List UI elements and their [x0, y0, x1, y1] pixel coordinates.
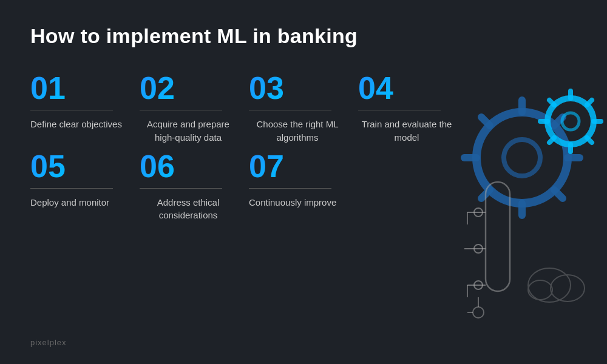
brand-name: pixelplex [30, 338, 67, 347]
step-2-label: Acquire and prepare high-quality data [140, 118, 237, 144]
step-5-divider [30, 188, 113, 189]
step-6-number: 06 [140, 150, 175, 182]
step-2-number: 02 [140, 72, 175, 104]
step-6-label: Address ethical considerations [140, 196, 237, 223]
step-3-label: Choose the right ML algorithms [249, 118, 346, 144]
step-7-label: Continuously improve [249, 196, 336, 209]
step-4-divider [358, 110, 441, 110]
step-7-number: 07 [249, 150, 284, 182]
page-title: How to implement ML in banking [30, 24, 577, 48]
svg-point-9 [504, 140, 540, 176]
decorative-illustration [437, 73, 607, 328]
step-1: 01 Define clear objectives [30, 72, 140, 144]
step-3-divider [249, 110, 331, 110]
svg-point-36 [551, 275, 585, 302]
svg-line-6 [481, 117, 490, 126]
svg-point-19 [562, 113, 579, 130]
step-4-number: 04 [358, 72, 393, 104]
page-container: How to implement ML in banking 01 Define… [0, 0, 607, 364]
steps-grid: 01 Define clear objectives 02 Acquire an… [30, 72, 467, 222]
brand-logo: pixelplex [30, 338, 67, 347]
step-6-divider [140, 188, 222, 189]
svg-line-18 [549, 138, 554, 143]
step-3: 03 Choose the right ML algorithms [249, 72, 358, 144]
svg-line-17 [587, 138, 592, 143]
svg-point-32 [473, 307, 484, 318]
step-6: 06 Address ethical considerations [140, 150, 249, 223]
svg-line-16 [549, 100, 554, 105]
step-7: 07 Continuously improve [249, 150, 358, 223]
step-1-number: 01 [30, 72, 66, 104]
step-7-divider [249, 188, 331, 189]
step-5: 05 Deploy and monitor [30, 150, 140, 223]
step-1-divider [30, 110, 113, 110]
svg-point-37 [528, 280, 552, 300]
svg-line-15 [587, 100, 592, 105]
step-5-number: 05 [30, 150, 66, 182]
step-2: 02 Acquire and prepare high-quality data [140, 72, 249, 144]
svg-line-7 [554, 190, 563, 198]
step-1-label: Define clear objectives [30, 118, 122, 131]
step-5-label: Deploy and monitor [30, 196, 109, 209]
step-2-divider [140, 110, 222, 110]
step-3-number: 03 [249, 72, 284, 104]
